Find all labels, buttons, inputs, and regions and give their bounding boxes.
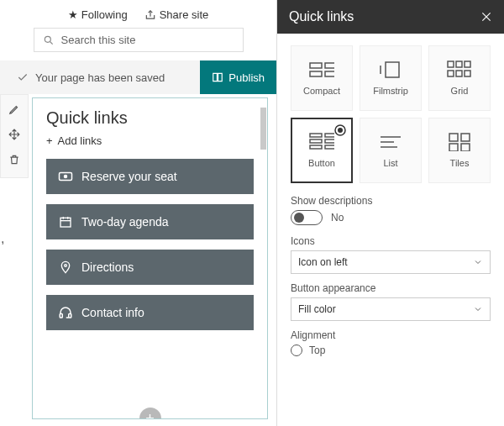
book-icon	[212, 71, 223, 83]
svg-rect-25	[465, 71, 470, 76]
svg-rect-21	[456, 61, 462, 67]
layout-option-filmstrip[interactable]: Filmstrip	[360, 45, 422, 111]
quick-link-label: Contact info	[81, 306, 144, 319]
svg-point-27	[338, 128, 343, 133]
svg-rect-38	[461, 134, 470, 141]
add-section-button[interactable]: +	[139, 408, 161, 419]
quick-link-item[interactable]: Contact info	[46, 295, 254, 330]
svg-rect-17	[386, 62, 399, 77]
appearance-label: Button appearance	[291, 282, 491, 294]
panel-header: Quick links	[277, 0, 504, 34]
svg-rect-33	[325, 145, 334, 149]
svg-rect-4	[60, 218, 71, 227]
calendar-icon	[58, 214, 73, 229]
layout-label: Filmstrip	[373, 86, 408, 96]
show-descriptions-toggle[interactable]	[291, 210, 323, 225]
share-site-action[interactable]: Share site	[144, 8, 209, 21]
svg-rect-40	[461, 144, 470, 151]
layout-label: Grid	[451, 86, 469, 96]
layout-label: Compact	[303, 86, 340, 96]
svg-rect-20	[448, 61, 454, 67]
quick-links-webpart[interactable]: Quick links + Add links Reserve your sea…	[32, 97, 268, 419]
svg-rect-28	[310, 134, 322, 137]
layout-option-compact[interactable]: Compact	[291, 45, 353, 111]
svg-rect-9	[60, 314, 62, 318]
move-tool[interactable]	[7, 127, 22, 142]
quick-link-item[interactable]: Directions	[46, 250, 254, 285]
svg-rect-31	[325, 139, 334, 143]
search-placeholder: Search this site	[61, 34, 136, 46]
svg-rect-23	[448, 71, 454, 76]
svg-rect-29	[325, 134, 334, 137]
quick-link-item[interactable]: Two-day agenda	[46, 204, 254, 239]
radio-icon	[291, 344, 302, 356]
publish-button[interactable]: Publish	[200, 60, 276, 94]
svg-point-0	[45, 36, 50, 42]
icons-label: Icons	[291, 235, 491, 247]
svg-line-1	[50, 41, 52, 44]
toggle-knob-icon	[294, 213, 304, 223]
alignment-option-label: Top	[309, 344, 325, 356]
layout-label: Button	[308, 158, 335, 168]
appearance-select[interactable]: Fill color	[291, 297, 491, 321]
map-pin-icon	[58, 260, 73, 275]
svg-rect-10	[69, 314, 71, 318]
check-icon	[17, 71, 29, 83]
filmstrip-layout-icon	[378, 60, 403, 79]
search-input[interactable]: Search this site	[34, 28, 244, 52]
svg-rect-22	[465, 61, 470, 67]
quick-link-label: Directions	[81, 260, 134, 274]
svg-rect-30	[310, 139, 322, 143]
show-descriptions-value: No	[331, 212, 344, 224]
grid-layout-icon	[447, 60, 472, 79]
tiles-layout-icon	[447, 133, 472, 151]
svg-rect-32	[310, 145, 322, 149]
webpart-title: Quick links	[46, 108, 254, 128]
alignment-label: Alignment	[291, 329, 491, 341]
search-icon	[43, 34, 61, 46]
svg-rect-15	[310, 71, 322, 76]
add-links-label: Add links	[58, 134, 102, 147]
chevron-down-icon	[473, 304, 483, 314]
publish-label: Publish	[228, 71, 265, 84]
appearance-value: Fill color	[298, 303, 336, 315]
share-label: Share site	[160, 8, 209, 21]
list-layout-icon	[378, 133, 403, 151]
layout-label: Tiles	[450, 158, 470, 168]
svg-rect-14	[325, 63, 334, 68]
svg-rect-24	[456, 71, 462, 76]
close-panel-button[interactable]	[480, 11, 492, 23]
show-descriptions-label: Show descriptions	[291, 195, 491, 207]
share-icon	[144, 9, 156, 21]
chevron-down-icon	[473, 257, 483, 267]
panel-title: Quick links	[289, 9, 354, 24]
layout-option-tiles[interactable]: Tiles	[428, 118, 491, 183]
compact-layout-icon	[309, 60, 334, 79]
layout-option-grid[interactable]: Grid	[428, 45, 491, 111]
star-icon: ★	[68, 8, 78, 21]
layout-picker: Compact Filmstrip Grid	[291, 45, 491, 183]
svg-rect-39	[449, 144, 458, 151]
layout-option-list[interactable]: List	[360, 118, 422, 183]
layout-option-button[interactable]: Button	[291, 118, 353, 183]
headset-icon	[58, 305, 73, 320]
plus-icon: +	[145, 410, 155, 420]
quick-link-item[interactable]: Reserve your seat	[46, 159, 254, 194]
delete-tool[interactable]	[7, 152, 22, 167]
svg-rect-13	[310, 63, 322, 68]
svg-point-3	[65, 176, 67, 178]
svg-point-8	[65, 265, 67, 267]
vertical-scrollbar[interactable]	[260, 108, 266, 150]
ticket-icon	[58, 169, 73, 184]
icons-value: Icon on left	[298, 256, 348, 268]
icons-select[interactable]: Icon on left	[291, 250, 491, 274]
stray-text: ,	[1, 231, 4, 246]
button-layout-icon	[309, 133, 334, 151]
alignment-option-top[interactable]: Top	[291, 344, 491, 356]
layout-label: List	[383, 158, 397, 168]
svg-rect-16	[325, 71, 334, 76]
following-action[interactable]: ★ Following	[68, 8, 128, 21]
edit-tool[interactable]	[7, 102, 22, 117]
add-links-button[interactable]: + Add links	[46, 134, 254, 147]
following-label: Following	[81, 8, 128, 21]
